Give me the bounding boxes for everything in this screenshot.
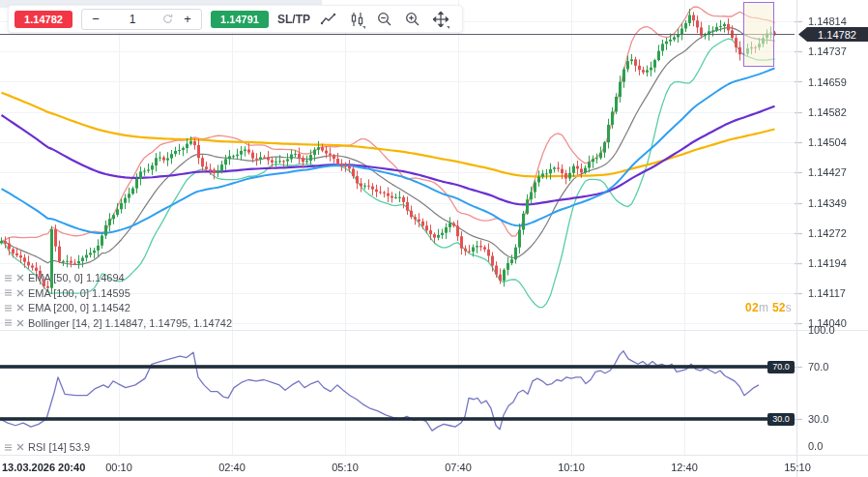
buy-price-badge[interactable]: 1.14791	[211, 11, 269, 28]
sltp-button[interactable]: SL/TP	[277, 13, 310, 26]
price-axis-label: 1.14427	[808, 166, 847, 178]
price-axis-label: 1.14659	[808, 76, 847, 88]
quantity-value[interactable]: 1	[110, 13, 155, 26]
countdown-minutes-unit: m	[759, 301, 768, 314]
sell-price-badge[interactable]: 1.14782	[14, 11, 72, 28]
rsi-legend-row[interactable]: RSI [14] 53.9	[4, 440, 90, 454]
trading-platform-window: 1.14782 − 1 + 1.14791 SL/TP	[0, 0, 868, 477]
selection-highlight-box[interactable]	[743, 2, 774, 67]
indicator-legend-row[interactable]: EMA [100, 0] 1.14595	[4, 286, 130, 300]
time-axis-label: 00:10	[105, 462, 132, 473]
quantity-increase-button[interactable]: +	[181, 13, 194, 25]
indicator-close-icon[interactable]	[16, 289, 24, 297]
time-axis-date-label: 13.03.2026 20:40	[2, 462, 85, 473]
time-axis-label: 02:40	[218, 462, 246, 473]
rsi-axis-label: 70.0	[808, 361, 828, 373]
countdown-seconds-unit: s	[786, 301, 792, 314]
pane-divider[interactable]	[0, 330, 868, 331]
time-axis-label: 15:10	[784, 462, 811, 473]
time-axis-label: 10:10	[558, 462, 585, 473]
countdown-seconds: 52	[772, 301, 786, 314]
time-axis-label: 05:10	[332, 462, 359, 473]
rsi-axis-label: 30.0	[808, 413, 828, 425]
price-axis-label: 1.14737	[808, 45, 847, 57]
pan-move-icon[interactable]	[431, 10, 450, 29]
candle-countdown-timer: 02m 52s	[745, 301, 792, 314]
rsi-level-tag: 30.0	[767, 413, 795, 426]
indicator-settings-icon[interactable]	[4, 443, 13, 452]
price-axis-label: 1.14504	[808, 136, 847, 148]
chevron-corner-icon	[447, 26, 449, 29]
chevron-corner-icon	[362, 26, 365, 29]
zoom-in-icon[interactable]	[403, 10, 422, 29]
price-axis-label: 1.14814	[808, 15, 847, 27]
indicator-legend-text: EMA [100, 0] 1.14595	[28, 287, 130, 299]
price-axis-label: 1.14349	[808, 197, 847, 209]
rsi-level-tag: 70.0	[767, 361, 795, 373]
indicator-legend-row[interactable]: Bollinger [14, 2] 1.14847, 1.14795, 1.14…	[4, 316, 232, 330]
indicator-legend-text: Bollinger [14, 2] 1.14847, 1.14795, 1.14…	[28, 317, 232, 329]
line-chart-icon[interactable]	[319, 10, 338, 29]
indicator-legend-text: EMA [50, 0] 1.14694	[28, 272, 125, 283]
indicator-legend-text: EMA [200, 0] 1.14542	[28, 302, 130, 313]
quantity-decrease-button[interactable]: −	[89, 13, 102, 25]
indicator-close-icon[interactable]	[16, 304, 24, 312]
indicator-legend-row[interactable]: EMA [50, 0] 1.14694	[4, 271, 125, 284]
main-chart-canvas[interactable]	[0, 0, 868, 477]
price-axis-label: 1.14117	[808, 287, 846, 299]
price-axis-divider	[796, 0, 797, 477]
refresh-icon[interactable]	[162, 14, 173, 24]
time-axis-label: 12:40	[671, 462, 698, 473]
rsi-axis-label: 100.0	[808, 324, 835, 336]
price-axis-label: 1.14272	[808, 227, 847, 239]
indicator-settings-icon[interactable]	[4, 304, 13, 313]
quantity-group: − 1 +	[81, 9, 202, 30]
price-axis-label: 1.14194	[808, 257, 847, 269]
indicator-close-icon[interactable]	[16, 274, 24, 282]
indicator-close-icon[interactable]	[16, 319, 24, 327]
current-price-tag: 1.14782	[798, 27, 868, 42]
candlestick-icon[interactable]	[347, 10, 366, 29]
time-axis-label: 07:40	[445, 462, 472, 473]
countdown-minutes: 02	[745, 301, 759, 314]
rsi-axis-label: 0.0	[808, 440, 823, 452]
indicator-settings-icon[interactable]	[4, 288, 13, 297]
zoom-out-icon[interactable]	[375, 10, 394, 29]
indicator-close-icon[interactable]	[16, 443, 24, 451]
indicator-settings-icon[interactable]	[4, 318, 13, 327]
rsi-legend-text: RSI [14] 53.9	[28, 441, 90, 453]
trade-toolbar: 1.14782 − 1 + 1.14791 SL/TP	[8, 5, 463, 33]
indicator-settings-icon[interactable]	[4, 274, 13, 283]
time-axis-divider	[0, 455, 868, 456]
indicator-legend-row[interactable]: EMA [200, 0] 1.14542	[4, 301, 130, 314]
price-axis-label: 1.14582	[808, 106, 847, 118]
